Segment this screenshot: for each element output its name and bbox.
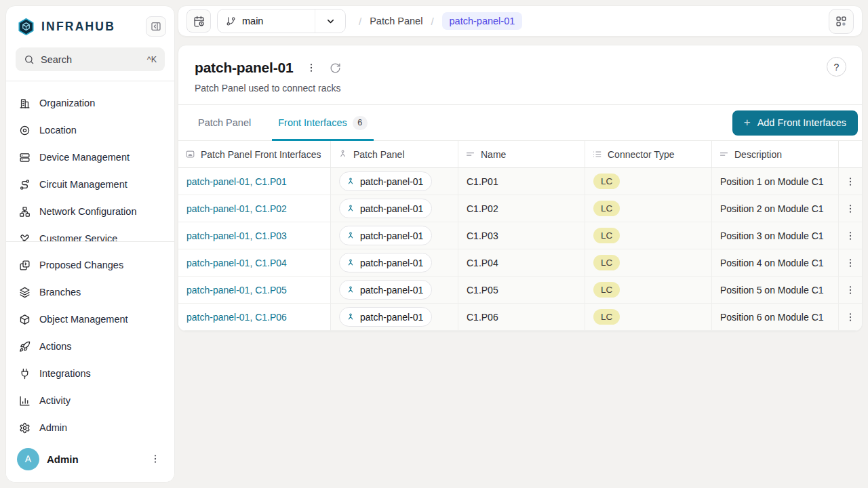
- cube-icon: [19, 314, 31, 325]
- kebab-icon: [845, 203, 856, 214]
- patch-panel-pill[interactable]: patch-panel-01: [339, 199, 432, 218]
- patch-panel-pill[interactable]: patch-panel-01: [339, 253, 432, 272]
- kebab-icon: [845, 230, 856, 241]
- table-cell-display: patch-panel-01, C1.P05: [178, 277, 331, 304]
- plug-icon: [19, 368, 31, 380]
- search-icon: [24, 54, 35, 65]
- sidebar-item-organization[interactable]: Organization: [12, 89, 169, 117]
- tab-label: Front Interfaces: [278, 117, 347, 128]
- topbar: main / Patch Panel / patch-panel-01: [178, 5, 863, 37]
- interface-link[interactable]: patch-panel-01, C1.P03: [186, 230, 287, 241]
- add-button-label: Add Front Interfaces: [757, 117, 846, 128]
- sidebar-item-branches[interactable]: Branches: [12, 279, 169, 306]
- branch-selector-caret[interactable]: [315, 9, 345, 33]
- date-time-button[interactable]: [186, 9, 211, 33]
- row-actions-button[interactable]: [841, 308, 860, 327]
- add-front-interfaces-button[interactable]: + Add Front Interfaces: [732, 110, 858, 136]
- sidebar-item-activity[interactable]: Activity: [12, 387, 169, 414]
- table-cell-patch-panel: patch-panel-01: [331, 222, 458, 249]
- sidebar-item-label: Organization: [39, 98, 95, 108]
- patch-panel-pill[interactable]: patch-panel-01: [339, 307, 432, 327]
- help-button[interactable]: ?: [827, 57, 846, 77]
- interface-link[interactable]: patch-panel-01, C1.P01: [186, 176, 287, 187]
- row-actions-button[interactable]: [841, 172, 860, 191]
- groups-button[interactable]: [829, 9, 854, 34]
- column-header-patch-panel-front-interfaces[interactable]: Patch Panel Front Interfaces: [178, 141, 331, 168]
- interface-link[interactable]: patch-panel-01, C1.P06: [186, 312, 287, 323]
- table-cell-actions: [839, 195, 862, 222]
- column-header-patch-panel[interactable]: Patch Panel: [331, 141, 458, 168]
- location-icon: [19, 125, 31, 136]
- main-area: main / Patch Panel / patch-panel-01 patc…: [178, 5, 863, 331]
- hierarchy-icon: [346, 177, 355, 186]
- hierarchy-icon: [346, 231, 355, 241]
- sidebar-item-proposed-changes[interactable]: Proposed Changes: [12, 251, 169, 279]
- column-label: Name: [481, 149, 506, 160]
- route-icon: [19, 179, 31, 190]
- interface-link[interactable]: patch-panel-01, C1.P04: [186, 258, 287, 268]
- sidebar-item-label: Network Configuration: [39, 206, 136, 217]
- user-options-button[interactable]: [146, 449, 165, 468]
- sidebar-item-label: Proposed Changes: [39, 260, 123, 270]
- branch-selector-value: main: [218, 9, 315, 33]
- object-options-button[interactable]: [302, 58, 321, 77]
- sidebar-item-customer-service[interactable]: Customer Service: [12, 225, 169, 241]
- tabs-row: Patch PanelFront Interfaces6 + Add Front…: [178, 104, 862, 141]
- column-header-description[interactable]: Description: [712, 141, 839, 168]
- sidebar-item-location[interactable]: Location: [12, 117, 169, 144]
- patch-panel-pill[interactable]: patch-panel-01: [339, 280, 432, 300]
- breadcrumb-parent[interactable]: Patch Panel: [370, 16, 422, 26]
- patch-panel-pill-label: patch-panel-01: [360, 230, 423, 241]
- sidebar-item-actions[interactable]: Actions: [12, 333, 169, 360]
- search-input[interactable]: Search ^K: [16, 47, 165, 71]
- tab-front-interfaces[interactable]: Front Interfaces6: [272, 105, 374, 140]
- branch-selector[interactable]: main: [217, 9, 346, 33]
- brand[interactable]: INFRAHUB: [17, 18, 115, 36]
- sidebar-item-device-management[interactable]: Device Management: [12, 144, 169, 171]
- sidebar-item-label: Object Management: [39, 314, 128, 325]
- table-cell-connector-type: LC: [585, 168, 712, 195]
- column-header-connector-type[interactable]: Connector Type: [585, 141, 712, 168]
- kebab-icon: [845, 312, 856, 323]
- breadcrumb-separator: /: [359, 16, 361, 27]
- interface-link[interactable]: patch-panel-01, C1.P02: [186, 203, 287, 214]
- connector-type-badge: LC: [593, 309, 620, 325]
- sidebar-item-integrations[interactable]: Integrations: [12, 360, 169, 387]
- copy-diff-icon: [19, 260, 31, 271]
- refresh-button[interactable]: [330, 62, 341, 74]
- table-cell-description: Position 4 on Module C1: [712, 249, 839, 277]
- table-cell-connector-type: LC: [585, 222, 712, 249]
- sidebar-item-network-configuration[interactable]: Network Configuration: [12, 198, 169, 225]
- column-header-name[interactable]: Name: [458, 141, 585, 168]
- row-actions-button[interactable]: [841, 226, 860, 245]
- list-icon: [592, 149, 602, 159]
- breadcrumb-current[interactable]: patch-panel-01: [442, 12, 523, 30]
- table-cell-actions: [839, 277, 862, 304]
- chevron-down-icon: [326, 16, 336, 26]
- row-actions-button[interactable]: [841, 199, 860, 218]
- interface-link[interactable]: patch-panel-01, C1.P05: [186, 285, 287, 296]
- hierarchy-icon: [346, 204, 355, 214]
- sidebar-item-admin[interactable]: Admin: [12, 414, 169, 441]
- building-icon: [19, 98, 31, 109]
- tab-patch-panel[interactable]: Patch Panel: [192, 105, 257, 140]
- hierarchy-icon: [346, 285, 355, 295]
- column-label: Patch Panel: [353, 149, 405, 160]
- table-cell-patch-panel: patch-panel-01: [331, 304, 458, 331]
- row-actions-button[interactable]: [841, 281, 860, 300]
- sidebar-item-label: Actions: [39, 341, 72, 352]
- sidebar-item-label: Device Management: [39, 152, 130, 163]
- bar-chart-icon: [19, 395, 31, 407]
- front-interfaces-table: Patch Panel Front InterfacesPatch PanelN…: [178, 141, 862, 331]
- patch-panel-pill[interactable]: patch-panel-01: [339, 171, 432, 191]
- table-cell-patch-panel: patch-panel-01: [331, 249, 458, 277]
- row-actions-button[interactable]: [841, 253, 860, 272]
- patch-panel-pill[interactable]: patch-panel-01: [339, 226, 432, 245]
- sidebar-item-circuit-management[interactable]: Circuit Management: [12, 171, 169, 198]
- table-cell-display: patch-panel-01, C1.P03: [178, 222, 331, 249]
- patch-panel-pill-label: patch-panel-01: [360, 176, 423, 187]
- sidebar-item-object-management[interactable]: Object Management: [12, 306, 169, 333]
- page-title: patch-panel-01: [195, 60, 293, 76]
- collapse-sidebar-button[interactable]: [146, 16, 166, 37]
- table-cell-display: patch-panel-01, C1.P02: [178, 195, 331, 222]
